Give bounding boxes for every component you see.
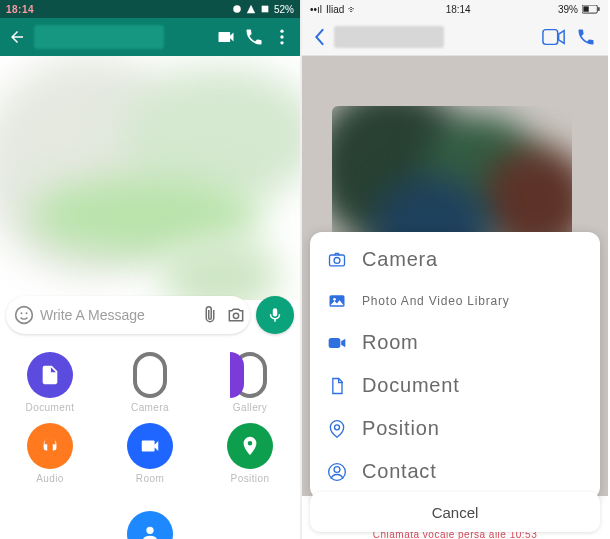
sheet-camera[interactable]: Camera bbox=[310, 238, 600, 281]
svg-rect-13 bbox=[330, 255, 345, 266]
emoji-icon[interactable] bbox=[14, 305, 34, 325]
svg-rect-10 bbox=[583, 6, 588, 11]
contact-name-blurred[interactable] bbox=[334, 26, 444, 48]
svg-point-14 bbox=[334, 257, 340, 263]
camera-icon[interactable] bbox=[226, 305, 246, 325]
sheet-room[interactable]: Room bbox=[310, 321, 600, 364]
svg-point-5 bbox=[16, 307, 33, 324]
back-chevron-icon[interactable] bbox=[312, 28, 326, 46]
video-call-icon[interactable] bbox=[216, 27, 236, 47]
svg-point-0 bbox=[233, 5, 241, 13]
battery-indicator: 39% bbox=[558, 4, 600, 15]
android-input-row: Write A Message bbox=[6, 296, 294, 334]
attach-position[interactable]: Position bbox=[210, 423, 290, 484]
svg-point-6 bbox=[21, 312, 23, 314]
status-icons: 52% bbox=[232, 4, 294, 15]
carrier-label: ••ıl Iliad ᯤ bbox=[310, 4, 358, 15]
svg-rect-17 bbox=[329, 338, 341, 348]
contact-name-blurred[interactable] bbox=[34, 25, 164, 49]
attach-contact[interactable] bbox=[127, 511, 173, 539]
ios-status-bar: ••ıl Iliad ᯤ 18:14 39% bbox=[302, 0, 608, 18]
voice-call-icon[interactable] bbox=[244, 27, 264, 47]
video-call-icon[interactable] bbox=[542, 27, 566, 47]
more-menu-icon[interactable] bbox=[272, 27, 292, 47]
attach-icon[interactable] bbox=[200, 305, 220, 325]
back-arrow-icon[interactable] bbox=[8, 28, 26, 46]
svg-rect-1 bbox=[262, 6, 269, 13]
svg-point-8 bbox=[233, 313, 238, 318]
svg-point-16 bbox=[333, 298, 336, 301]
sheet-contact[interactable]: Contact bbox=[310, 450, 600, 493]
android-chat-header bbox=[0, 18, 300, 56]
sheet-cancel-button[interactable]: Cancel bbox=[310, 492, 600, 532]
message-input[interactable]: Write A Message bbox=[6, 296, 250, 334]
sheet-position[interactable]: Position bbox=[310, 407, 600, 450]
svg-point-18 bbox=[335, 424, 340, 429]
sheet-document[interactable]: Document bbox=[310, 364, 600, 407]
ios-chat-header bbox=[302, 18, 608, 56]
svg-point-3 bbox=[280, 35, 283, 38]
android-chat-area[interactable] bbox=[0, 56, 300, 300]
ios-screen: ••ıl Iliad ᯤ 18:14 39% bbox=[302, 0, 608, 539]
android-status-bar: 18:14 52% bbox=[0, 0, 300, 18]
attach-document[interactable]: Document bbox=[10, 352, 90, 413]
status-time: 18:14 bbox=[6, 4, 34, 15]
attach-camera[interactable]: Camera bbox=[110, 352, 190, 413]
attach-room[interactable]: Room bbox=[110, 423, 190, 484]
attach-audio[interactable]: Audio bbox=[10, 423, 90, 484]
ios-status-time: 18:14 bbox=[446, 4, 471, 15]
camera-ring-icon bbox=[133, 352, 167, 398]
android-screen: 18:14 52% bbox=[0, 0, 302, 539]
svg-rect-12 bbox=[543, 29, 558, 44]
mic-send-button[interactable] bbox=[256, 296, 294, 334]
message-placeholder: Write A Message bbox=[40, 307, 194, 323]
attach-gallery[interactable]: Gallery bbox=[210, 352, 290, 413]
gallery-peek-icon bbox=[230, 352, 244, 398]
svg-point-19 bbox=[334, 466, 340, 472]
svg-point-2 bbox=[280, 30, 283, 33]
android-attach-sheet: Document Camera Gallery Audio Room bbox=[0, 338, 300, 539]
sheet-photo-library[interactable]: Photo And Video Library bbox=[310, 281, 600, 321]
svg-point-7 bbox=[26, 312, 28, 314]
svg-rect-11 bbox=[598, 7, 599, 11]
voice-call-icon[interactable] bbox=[574, 27, 598, 47]
ios-attach-sheet: Camera Photo And Video Library Room Docu… bbox=[310, 232, 600, 499]
svg-point-4 bbox=[280, 41, 283, 44]
